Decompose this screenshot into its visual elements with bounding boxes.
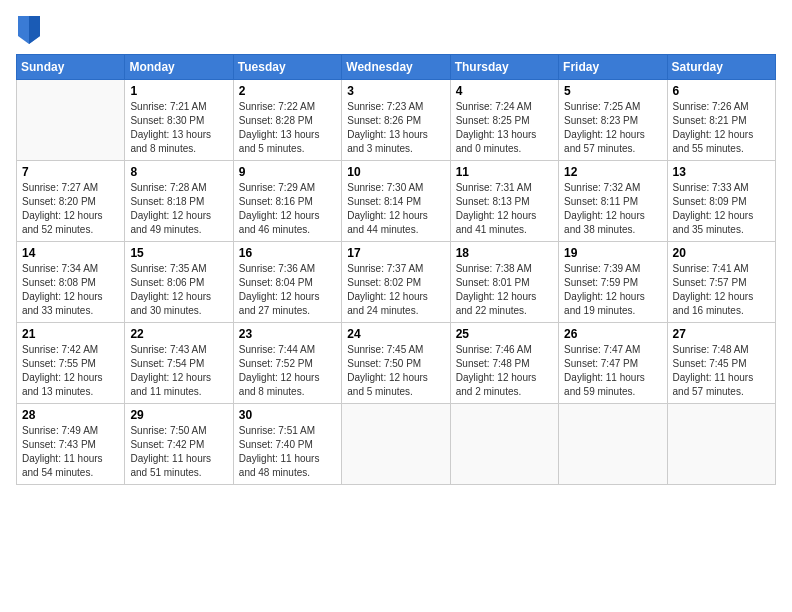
calendar-cell: 29Sunrise: 7:50 AMSunset: 7:42 PMDayligh… <box>125 404 233 485</box>
day-info: Sunrise: 7:34 AMSunset: 8:08 PMDaylight:… <box>22 262 119 318</box>
calendar-cell: 15Sunrise: 7:35 AMSunset: 8:06 PMDayligh… <box>125 242 233 323</box>
logo <box>16 16 40 44</box>
day-number: 10 <box>347 165 444 179</box>
day-info: Sunrise: 7:49 AMSunset: 7:43 PMDaylight:… <box>22 424 119 480</box>
day-info: Sunrise: 7:28 AMSunset: 8:18 PMDaylight:… <box>130 181 227 237</box>
calendar-cell: 14Sunrise: 7:34 AMSunset: 8:08 PMDayligh… <box>17 242 125 323</box>
day-number: 28 <box>22 408 119 422</box>
day-info: Sunrise: 7:50 AMSunset: 7:42 PMDaylight:… <box>130 424 227 480</box>
day-number: 20 <box>673 246 770 260</box>
calendar-cell: 12Sunrise: 7:32 AMSunset: 8:11 PMDayligh… <box>559 161 667 242</box>
day-number: 8 <box>130 165 227 179</box>
day-of-week-header: Monday <box>125 55 233 80</box>
day-number: 13 <box>673 165 770 179</box>
day-info: Sunrise: 7:29 AMSunset: 8:16 PMDaylight:… <box>239 181 336 237</box>
day-info: Sunrise: 7:39 AMSunset: 7:59 PMDaylight:… <box>564 262 661 318</box>
day-info: Sunrise: 7:27 AMSunset: 8:20 PMDaylight:… <box>22 181 119 237</box>
day-number: 6 <box>673 84 770 98</box>
day-info: Sunrise: 7:42 AMSunset: 7:55 PMDaylight:… <box>22 343 119 399</box>
day-number: 15 <box>130 246 227 260</box>
calendar-cell: 26Sunrise: 7:47 AMSunset: 7:47 PMDayligh… <box>559 323 667 404</box>
calendar-cell: 20Sunrise: 7:41 AMSunset: 7:57 PMDayligh… <box>667 242 775 323</box>
day-info: Sunrise: 7:26 AMSunset: 8:21 PMDaylight:… <box>673 100 770 156</box>
calendar-cell: 22Sunrise: 7:43 AMSunset: 7:54 PMDayligh… <box>125 323 233 404</box>
day-number: 21 <box>22 327 119 341</box>
day-number: 29 <box>130 408 227 422</box>
calendar-cell: 10Sunrise: 7:30 AMSunset: 8:14 PMDayligh… <box>342 161 450 242</box>
day-of-week-header: Wednesday <box>342 55 450 80</box>
day-info: Sunrise: 7:41 AMSunset: 7:57 PMDaylight:… <box>673 262 770 318</box>
calendar-cell: 27Sunrise: 7:48 AMSunset: 7:45 PMDayligh… <box>667 323 775 404</box>
calendar-cell: 4Sunrise: 7:24 AMSunset: 8:25 PMDaylight… <box>450 80 558 161</box>
day-number: 27 <box>673 327 770 341</box>
calendar-cell <box>559 404 667 485</box>
day-number: 4 <box>456 84 553 98</box>
day-info: Sunrise: 7:47 AMSunset: 7:47 PMDaylight:… <box>564 343 661 399</box>
day-info: Sunrise: 7:48 AMSunset: 7:45 PMDaylight:… <box>673 343 770 399</box>
calendar-cell: 23Sunrise: 7:44 AMSunset: 7:52 PMDayligh… <box>233 323 341 404</box>
day-number: 12 <box>564 165 661 179</box>
day-number: 22 <box>130 327 227 341</box>
day-info: Sunrise: 7:22 AMSunset: 8:28 PMDaylight:… <box>239 100 336 156</box>
day-number: 5 <box>564 84 661 98</box>
calendar-cell: 3Sunrise: 7:23 AMSunset: 8:26 PMDaylight… <box>342 80 450 161</box>
day-info: Sunrise: 7:43 AMSunset: 7:54 PMDaylight:… <box>130 343 227 399</box>
day-info: Sunrise: 7:24 AMSunset: 8:25 PMDaylight:… <box>456 100 553 156</box>
calendar-cell <box>667 404 775 485</box>
calendar-table: SundayMondayTuesdayWednesdayThursdayFrid… <box>16 54 776 485</box>
calendar-cell <box>342 404 450 485</box>
calendar-cell: 25Sunrise: 7:46 AMSunset: 7:48 PMDayligh… <box>450 323 558 404</box>
day-of-week-header: Tuesday <box>233 55 341 80</box>
svg-marker-1 <box>29 16 40 44</box>
day-info: Sunrise: 7:51 AMSunset: 7:40 PMDaylight:… <box>239 424 336 480</box>
day-info: Sunrise: 7:38 AMSunset: 8:01 PMDaylight:… <box>456 262 553 318</box>
day-number: 2 <box>239 84 336 98</box>
day-number: 25 <box>456 327 553 341</box>
calendar-cell <box>450 404 558 485</box>
day-info: Sunrise: 7:44 AMSunset: 7:52 PMDaylight:… <box>239 343 336 399</box>
calendar-cell: 16Sunrise: 7:36 AMSunset: 8:04 PMDayligh… <box>233 242 341 323</box>
day-number: 19 <box>564 246 661 260</box>
calendar-week-row: 1Sunrise: 7:21 AMSunset: 8:30 PMDaylight… <box>17 80 776 161</box>
calendar-header-row: SundayMondayTuesdayWednesdayThursdayFrid… <box>17 55 776 80</box>
day-info: Sunrise: 7:45 AMSunset: 7:50 PMDaylight:… <box>347 343 444 399</box>
day-number: 9 <box>239 165 336 179</box>
calendar-week-row: 28Sunrise: 7:49 AMSunset: 7:43 PMDayligh… <box>17 404 776 485</box>
day-number: 23 <box>239 327 336 341</box>
day-info: Sunrise: 7:30 AMSunset: 8:14 PMDaylight:… <box>347 181 444 237</box>
day-info: Sunrise: 7:23 AMSunset: 8:26 PMDaylight:… <box>347 100 444 156</box>
calendar-cell: 17Sunrise: 7:37 AMSunset: 8:02 PMDayligh… <box>342 242 450 323</box>
calendar-cell: 5Sunrise: 7:25 AMSunset: 8:23 PMDaylight… <box>559 80 667 161</box>
day-of-week-header: Thursday <box>450 55 558 80</box>
calendar-cell: 11Sunrise: 7:31 AMSunset: 8:13 PMDayligh… <box>450 161 558 242</box>
day-of-week-header: Friday <box>559 55 667 80</box>
day-of-week-header: Sunday <box>17 55 125 80</box>
calendar-cell: 18Sunrise: 7:38 AMSunset: 8:01 PMDayligh… <box>450 242 558 323</box>
day-info: Sunrise: 7:32 AMSunset: 8:11 PMDaylight:… <box>564 181 661 237</box>
day-info: Sunrise: 7:36 AMSunset: 8:04 PMDaylight:… <box>239 262 336 318</box>
day-number: 7 <box>22 165 119 179</box>
calendar-week-row: 14Sunrise: 7:34 AMSunset: 8:08 PMDayligh… <box>17 242 776 323</box>
day-number: 3 <box>347 84 444 98</box>
calendar-cell: 19Sunrise: 7:39 AMSunset: 7:59 PMDayligh… <box>559 242 667 323</box>
day-info: Sunrise: 7:37 AMSunset: 8:02 PMDaylight:… <box>347 262 444 318</box>
calendar-cell: 1Sunrise: 7:21 AMSunset: 8:30 PMDaylight… <box>125 80 233 161</box>
calendar-cell: 21Sunrise: 7:42 AMSunset: 7:55 PMDayligh… <box>17 323 125 404</box>
day-info: Sunrise: 7:31 AMSunset: 8:13 PMDaylight:… <box>456 181 553 237</box>
calendar-cell: 30Sunrise: 7:51 AMSunset: 7:40 PMDayligh… <box>233 404 341 485</box>
day-info: Sunrise: 7:33 AMSunset: 8:09 PMDaylight:… <box>673 181 770 237</box>
day-number: 26 <box>564 327 661 341</box>
calendar-cell <box>17 80 125 161</box>
calendar-cell: 24Sunrise: 7:45 AMSunset: 7:50 PMDayligh… <box>342 323 450 404</box>
day-number: 14 <box>22 246 119 260</box>
calendar-cell: 28Sunrise: 7:49 AMSunset: 7:43 PMDayligh… <box>17 404 125 485</box>
calendar-week-row: 7Sunrise: 7:27 AMSunset: 8:20 PMDaylight… <box>17 161 776 242</box>
day-number: 11 <box>456 165 553 179</box>
calendar-cell: 2Sunrise: 7:22 AMSunset: 8:28 PMDaylight… <box>233 80 341 161</box>
calendar-cell: 13Sunrise: 7:33 AMSunset: 8:09 PMDayligh… <box>667 161 775 242</box>
day-number: 30 <box>239 408 336 422</box>
day-number: 18 <box>456 246 553 260</box>
day-of-week-header: Saturday <box>667 55 775 80</box>
calendar-cell: 6Sunrise: 7:26 AMSunset: 8:21 PMDaylight… <box>667 80 775 161</box>
day-info: Sunrise: 7:21 AMSunset: 8:30 PMDaylight:… <box>130 100 227 156</box>
